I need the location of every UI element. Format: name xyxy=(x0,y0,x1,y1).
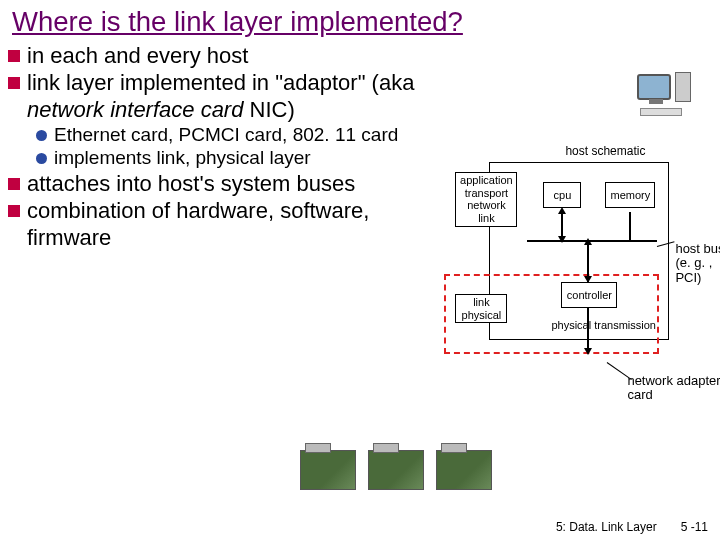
diagram-column: host schematic application transport net… xyxy=(427,42,712,252)
upper-stack-box: application transport network link xyxy=(455,172,517,227)
memory-bus-connector xyxy=(629,212,631,240)
host-bus-annotation: host bus (e. g. , PCI) xyxy=(675,242,720,285)
circle-bullet-icon xyxy=(36,130,47,141)
arrow-down-icon xyxy=(584,276,592,283)
layer-link-lower: link xyxy=(458,296,504,309)
slide-title: Where is the link layer implemented? xyxy=(0,0,720,40)
subbullet-2-text: implements link, physical layer xyxy=(54,147,311,170)
square-bullet-icon xyxy=(8,50,20,62)
bullet-4-text: combination of hardware, software, firmw… xyxy=(27,198,423,251)
layer-transport: transport xyxy=(458,187,514,200)
square-bullet-icon xyxy=(8,178,20,190)
arrow-up-icon xyxy=(558,207,566,214)
layer-application: application xyxy=(458,174,514,187)
subbullet-1-text: Ethernet card, PCMCI card, 802. 11 card xyxy=(54,124,398,147)
arrow-down-icon xyxy=(558,236,566,243)
footer-page: 5 -11 xyxy=(681,520,708,534)
layer-network: network xyxy=(458,199,514,212)
bullet-2-text: link layer implemented in "adaptor" (aka… xyxy=(27,70,423,123)
controller-box: controller xyxy=(561,282,617,308)
memory-box: memory xyxy=(605,182,655,208)
arrow-down-icon xyxy=(584,348,592,355)
bus-line xyxy=(527,240,657,242)
square-bullet-icon xyxy=(8,205,20,217)
bullet-2-em: network interface card xyxy=(27,97,243,122)
nic-card-icon xyxy=(300,450,356,490)
circle-bullet-icon xyxy=(36,153,47,164)
annotation-line xyxy=(607,362,632,380)
square-bullet-icon xyxy=(8,77,20,89)
layer-physical: physical xyxy=(458,309,504,322)
bullet-3-text: attaches into host's system buses xyxy=(27,171,355,197)
nic-photo-row xyxy=(300,450,492,490)
subbullet-1: Ethernet card, PCMCI card, 802. 11 card xyxy=(36,124,423,147)
nic-card-icon xyxy=(436,450,492,490)
cpu-box: cpu xyxy=(543,182,581,208)
layer-link: link xyxy=(458,212,514,225)
text-column: in each and every host link layer implem… xyxy=(8,42,427,252)
lower-stack-box: link physical xyxy=(455,294,507,323)
physical-transmission-label: physical transmission xyxy=(551,320,656,332)
content-area: in each and every host link layer implem… xyxy=(0,40,720,252)
subbullet-2: implements link, physical layer xyxy=(36,147,423,170)
host-schematic-label: host schematic xyxy=(565,144,645,158)
computer-icon xyxy=(637,74,682,116)
bullet-1-text: in each and every host xyxy=(27,43,248,69)
nic-annotation: network adapter card xyxy=(627,374,720,403)
bullet-2-pre: link layer implemented in "adaptor" (aka xyxy=(27,70,414,95)
arrow-up-icon xyxy=(584,238,592,245)
nic-card-icon xyxy=(368,450,424,490)
bullet-3: attaches into host's system buses xyxy=(8,171,423,197)
bullet-1: in each and every host xyxy=(8,43,423,69)
footer-chapter: 5: Data. Link Layer xyxy=(556,520,657,534)
slide-footer: 5: Data. Link Layer 5 -11 xyxy=(556,520,708,534)
bullet-2: link layer implemented in "adaptor" (aka… xyxy=(8,70,423,123)
phys-trans-arrow xyxy=(587,308,589,352)
bullet-2-post: NIC) xyxy=(243,97,294,122)
bullet-4: combination of hardware, software, firmw… xyxy=(8,198,423,251)
